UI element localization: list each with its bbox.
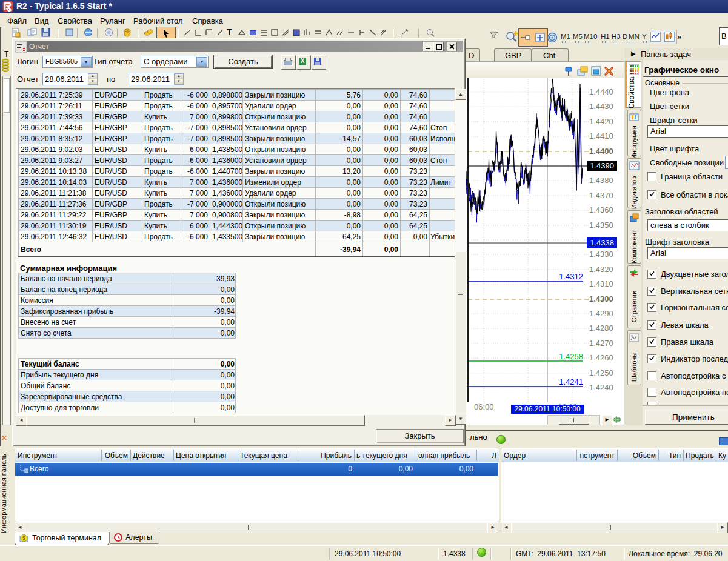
svg-text:$: $ (22, 535, 25, 541)
svg-text:1.4312: 1.4312 (559, 272, 583, 281)
svg-text:1.4258: 1.4258 (559, 352, 583, 361)
svg-text:1.4241: 1.4241 (559, 377, 583, 387)
